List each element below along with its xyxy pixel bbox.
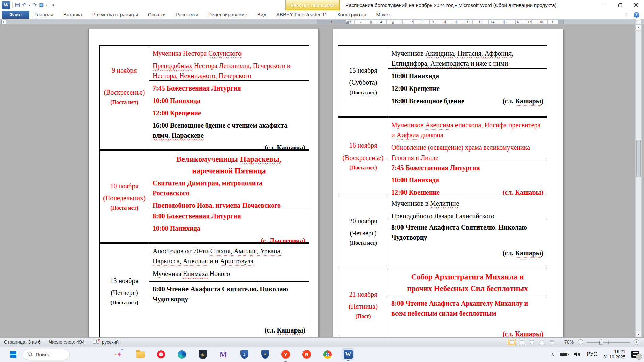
location-line[interactable]: (с. Лысогорка) — [153, 236, 305, 242]
date-text[interactable]: 21 ноября — [349, 291, 377, 298]
ruler-scale[interactable]: 1 12345678910111213141516171819 — [317, 20, 564, 24]
tab-review[interactable]: Рецензирование — [203, 11, 252, 19]
date-cell[interactable]: 10 ноября (Понедельник) (Поста нет) — [100, 151, 149, 242]
redo-icon[interactable]: ↷ — [33, 1, 37, 9]
zoom-slider[interactable] — [587, 342, 630, 343]
date-text[interactable]: 15 ноября — [349, 67, 377, 74]
feast-cell[interactable]: Собор Архистратига Михаила ипрочих Небес… — [388, 268, 547, 296]
service-line[interactable]: 12:00 Крещение — [391, 83, 543, 94]
tray-overflow-icon[interactable]: ∧ — [551, 352, 554, 357]
service-line[interactable]: 7:45 Божественная Литургия — [153, 83, 305, 93]
favorite-icon[interactable]: ♡ — [624, 12, 628, 17]
zoom-in-button[interactable]: + — [634, 339, 639, 345]
shield-app-icon[interactable]: ⚓ — [238, 348, 250, 360]
location-line[interactable]: (сл. Кашары) — [153, 325, 305, 335]
weekday-text[interactable]: (Пятница) — [348, 303, 378, 310]
location-line[interactable]: (сл. Кашары) — [391, 329, 543, 337]
feast-heading[interactable]: Собор Архистратига Михаила ипрочих Небес… — [391, 271, 543, 294]
feast-heading[interactable]: Великомученицы Параскевы,нареченной Пятн… — [153, 153, 305, 177]
minimize-button[interactable] — [596, 0, 612, 10]
weekday-text[interactable]: (Воскресенье) — [343, 154, 384, 162]
schedule-cell[interactable]: 7:45 Божественная Литургия 10:00 Панихид… — [149, 81, 309, 149]
outline-view-button[interactable] — [538, 339, 546, 345]
vertical-scrollbar[interactable]: ▲ ▼ — [635, 19, 642, 337]
table-draw-icon[interactable]: ▦ — [39, 1, 44, 9]
word-app-icon[interactable]: W — [2, 1, 10, 9]
date-cell[interactable]: 9 ноября (Воскресенье) (Поста нет) — [100, 46, 149, 149]
schedule-cell[interactable]: 8:00 Божественная Литургия 10:00 Панихид… — [149, 208, 309, 242]
fast-note[interactable]: (Поста нет) — [110, 205, 138, 211]
weekday-text[interactable]: (Четверг) — [350, 229, 376, 237]
word-taskbar-icon[interactable]: W — [342, 348, 354, 360]
fast-note[interactable]: (Поста нет) — [110, 300, 138, 306]
undo-icon[interactable]: ↶ — [22, 1, 26, 9]
service-line[interactable]: 12:00 Крещение(сл. Кашары) — [391, 187, 543, 195]
ruler-toggle-button[interactable] — [636, 19, 641, 25]
scroll-down-icon[interactable]: ▼ — [636, 331, 641, 337]
tab-mailings[interactable]: Рассылки — [171, 11, 203, 19]
date-cell[interactable]: 21 ноября (Пятница) (Пост) — [338, 268, 388, 337]
document-area[interactable]: 9 ноября (Воскресенье) (Поста нет) Мучен… — [0, 24, 644, 337]
restore-button[interactable] — [612, 0, 628, 10]
tab-table-design[interactable]: Конструктор — [332, 11, 371, 19]
date-text[interactable]: 16 ноября — [349, 142, 377, 149]
service-line[interactable]: 8:00 Божественная Литургия — [153, 211, 305, 221]
scrollbar-thumb[interactable] — [636, 140, 641, 177]
date-cell[interactable]: 16 ноября (Воскресенье) (Поста нет) — [338, 118, 388, 195]
zoom-level[interactable]: 70% — [561, 339, 574, 345]
service-line[interactable]: 10:00 Панихида — [391, 175, 543, 185]
schedule-cell[interactable]: 8:00 Чтение Акафиста Святителю. НиколаюЧ… — [149, 282, 309, 337]
feast-cell[interactable]: Апостолов от 70-ти Стахия, Амплия, Урван… — [149, 244, 309, 282]
fast-note[interactable]: (Пост) — [355, 313, 371, 319]
document-paragraph[interactable]: Мученика Епимаха Нового — [153, 268, 305, 279]
clock[interactable]: 16:21 31.10.2025 — [603, 349, 625, 360]
document-page-4[interactable]: 15 ноября (Суббота) (Поста нет) Мученико… — [333, 29, 563, 337]
feast-cell[interactable]: Мучеников в Мелитине Преподобного Лазаря… — [388, 196, 547, 220]
chrome-browser-icon[interactable] — [321, 348, 333, 360]
service-line[interactable]: 10:00 Панихида — [153, 223, 305, 233]
print-layout-view-button[interactable] — [508, 339, 516, 345]
document-page-3[interactable]: 9 ноября (Воскресенье) (Поста нет) Мучен… — [88, 29, 319, 337]
service-line[interactable]: 8:00 Чтение Акафиста Святителю. НиколаюЧ… — [153, 284, 305, 304]
document-paragraph[interactable]: Святителя Димитрия, митрополитаРостовско… — [153, 178, 305, 198]
feast-cell[interactable]: Мучеников Акепсима епископа, Иосифа прес… — [388, 118, 547, 160]
tab-page-layout[interactable]: Разметка страницы — [87, 11, 143, 19]
feast-cell[interactable]: Великомученицы Параскевы,нареченной Пятн… — [149, 151, 309, 208]
fast-note[interactable]: (Поста нет) — [110, 99, 138, 105]
document-paragraph[interactable]: Мучеников Акиндина, Пигасия, Аффония, Ел… — [391, 48, 543, 68]
undo-dropdown-icon[interactable]: ▾ — [29, 4, 30, 7]
weekday-text[interactable]: (Воскресенье) — [104, 88, 145, 96]
opera-browser-icon[interactable] — [155, 348, 167, 360]
service-line[interactable]: 12:00 Крещение — [153, 108, 305, 118]
save-icon[interactable] — [15, 3, 20, 7]
date-text[interactable]: 13 ноября — [110, 277, 139, 285]
proofing-status[interactable]: ✗ русский — [89, 338, 123, 346]
date-cell[interactable]: 13 ноября (Четверг) (Поста нет) — [100, 244, 149, 337]
game-launcher-icon[interactable]: ◈ — [197, 348, 209, 360]
schedule-cell[interactable]: 7:45 Божественная Литургия 10:00 Панихид… — [388, 160, 547, 195]
document-paragraph[interactable]: Апостолов от 70-ти Стахия, Амплия, Урван… — [153, 246, 305, 266]
tab-insert[interactable]: Вставка — [58, 11, 87, 19]
table-dropdown-icon[interactable]: ▾ — [46, 4, 47, 7]
service-line[interactable]: 10:00 Панихида — [153, 96, 305, 106]
help-icon[interactable]: ? — [634, 12, 639, 18]
schedule-cell[interactable]: 8:00 Чтение Акафиста Святителю. НиколаюЧ… — [388, 220, 547, 267]
location-line[interactable]: (сл. Кашары) — [153, 143, 305, 149]
zoom-out-button[interactable]: − — [578, 339, 583, 345]
table-column-marker-icon[interactable] — [346, 21, 349, 24]
service-line[interactable]: 8:00 Чтение Акафиста Архангелу Михаилу и… — [391, 298, 543, 318]
service-line[interactable]: 8:00 Чтение Акафиста Святителю. НиколаюЧ… — [391, 222, 543, 242]
reading-view-button[interactable] — [518, 339, 526, 345]
date-cell[interactable]: 20 ноября (Четверг) (Поста нет) — [338, 196, 388, 267]
date-text[interactable]: 10 ноября — [110, 182, 139, 190]
date-text[interactable]: 20 ноября — [349, 217, 377, 225]
notification-center-icon[interactable]: 1 — [631, 351, 639, 358]
schedule-cell[interactable]: 8:00 Чтение Акафиста Архангелу Михаилу и… — [388, 296, 547, 337]
date-cell[interactable]: 15 ноября (Суббота) (Поста нет) — [338, 46, 388, 116]
language-label[interactable]: русский — [102, 339, 119, 345]
document-paragraph[interactable]: Мучеников Акепсима епископа, Иосифа прес… — [391, 120, 543, 140]
schedule-table[interactable]: 15 ноября (Суббота) (Поста нет) Мученико… — [338, 45, 547, 337]
weekday-text[interactable]: (Суббота) — [349, 79, 377, 86]
tab-table-layout[interactable]: Макет — [371, 11, 395, 19]
edge-browser-icon[interactable] — [176, 348, 188, 360]
